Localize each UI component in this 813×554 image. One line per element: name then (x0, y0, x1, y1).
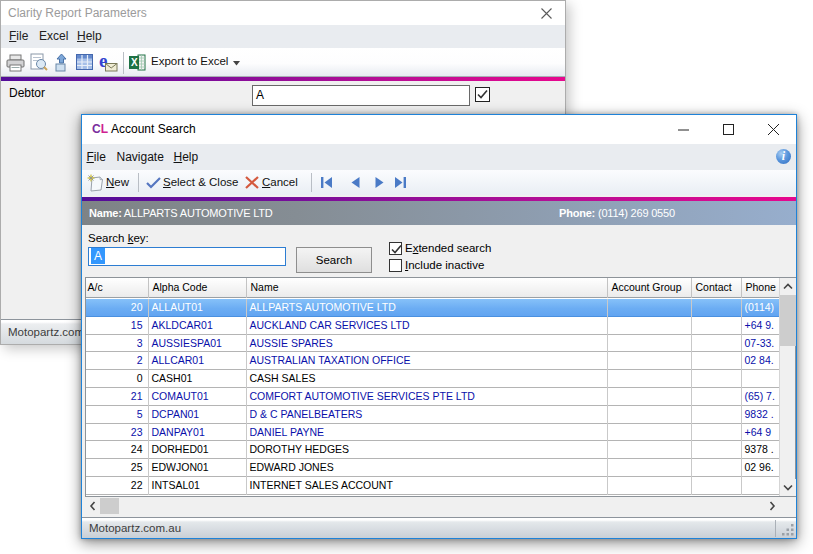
svg-text:X: X (131, 57, 138, 68)
